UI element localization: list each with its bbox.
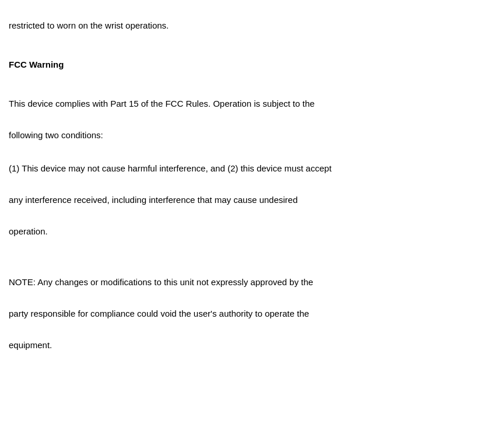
fcc-paragraph-2: (1) This device may not cause harmful in… xyxy=(9,160,481,239)
note-line1: NOTE: Any changes or modifications to th… xyxy=(9,277,313,287)
spacer-1 xyxy=(9,51,481,59)
spacer-2 xyxy=(9,87,481,96)
note-line2: party responsible for compliance could v… xyxy=(9,309,309,318)
fcc-para2-line1: (1) This device may not cause harmful in… xyxy=(9,163,331,173)
fcc-para2-line3: operation. xyxy=(9,226,48,236)
note-paragraph: NOTE: Any changes or modifications to th… xyxy=(9,274,481,353)
intro-line: restricted to worn on the wrist operatio… xyxy=(9,17,481,33)
fcc-para2-line2: any interference received, including int… xyxy=(9,195,298,205)
intro-text: restricted to worn on the wrist operatio… xyxy=(9,20,169,30)
fcc-para1-line2: following two conditions: xyxy=(9,130,103,140)
note-line3: equipment. xyxy=(9,340,52,350)
spacer-4 xyxy=(9,265,481,274)
document-content: restricted to worn on the wrist operatio… xyxy=(6,17,481,353)
fcc-para1-line1: This device complies with Part 15 of the… xyxy=(9,99,314,108)
spacer-3 xyxy=(9,257,481,265)
fcc-paragraph-1: This device complies with Part 15 of the… xyxy=(9,96,481,143)
fcc-warning-heading: FCC Warning xyxy=(9,59,481,69)
